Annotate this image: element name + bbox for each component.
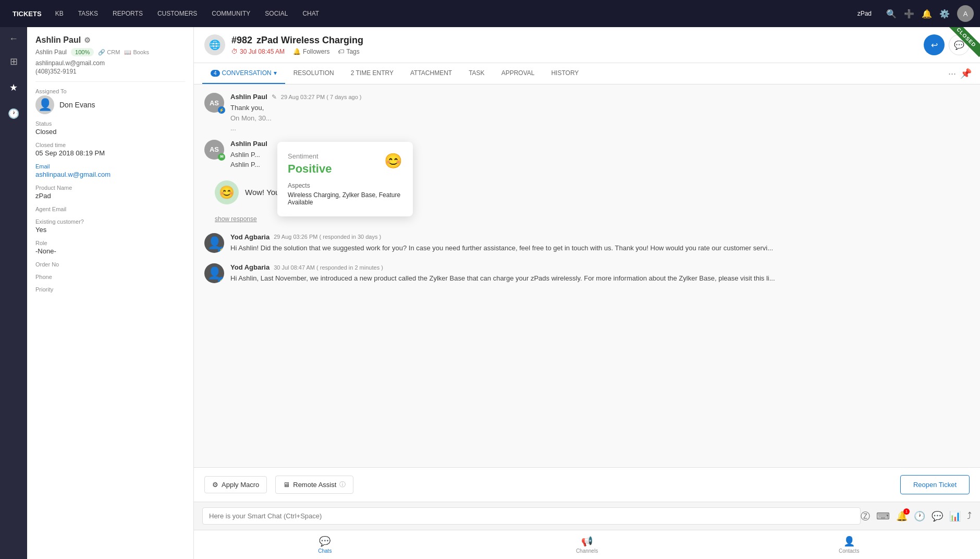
agent-email-label: Agent Email: [35, 206, 185, 212]
smart-chat-icon-5[interactable]: 💬: [932, 511, 943, 522]
msg-avatar-yod-2: 👤 ⚡: [204, 263, 224, 283]
bottom-nav-channels[interactable]: 📢 Channels: [456, 533, 718, 556]
smart-chat-icon-7[interactable]: ⤴: [967, 511, 972, 521]
msg-edit-icon: ✎: [272, 93, 277, 101]
tab-conversation[interactable]: 4 CONVERSATION ▾: [202, 63, 285, 84]
msg-header-1: Ashlin Paul ✎ 29 Aug 03:27 PM ( 7 days a…: [230, 93, 970, 101]
nav-item-tasks[interactable]: TASKS: [71, 0, 105, 27]
aspects-value: Wireless Charging, Zylker Base, Feature …: [288, 191, 402, 206]
customer-phone: (408)352-9191: [35, 68, 185, 75]
msg-avatar-yod-1: 👤 ⚡: [204, 233, 224, 253]
tabs-more-icon[interactable]: ···: [948, 68, 956, 79]
msg-author-yod-1: Yod Agbaria: [230, 233, 270, 241]
tab-resolution-label: RESOLUTION: [293, 69, 334, 77]
back-icon[interactable]: ←: [9, 33, 18, 44]
apply-macro-button[interactable]: ⚙ Apply Macro: [204, 476, 267, 493]
tab-task[interactable]: TASK: [460, 63, 493, 84]
msg-header-yod-1: Yod Agbaria 29 Aug 03:26 PM ( responded …: [230, 233, 970, 241]
tab-task-label: TASK: [469, 69, 484, 77]
phone-label: Phone: [35, 274, 185, 280]
ticket-globe-icon: 🌐: [204, 34, 225, 55]
followers-link[interactable]: 🔔 Followers: [293, 48, 329, 55]
smart-chat-icons: Ⓩ ⌨ 🔔1 🕐 💬 📊 ⤴: [861, 510, 972, 522]
msg-content-1: Ashlin Paul ✎ 29 Aug 03:27 PM ( 7 days a…: [230, 93, 970, 133]
reply-button[interactable]: ↩: [924, 34, 945, 55]
status-label: Status: [35, 120, 185, 127]
closed-time-value: 05 Sep 2018 08:19 PM: [35, 149, 185, 157]
tab-time-entry[interactable]: 2 TIME ENTRY: [342, 63, 402, 84]
msg-time-yod-1: 29 Aug 03:26 PM ( responded in 30 days ): [274, 234, 381, 240]
bottom-nav: 💬 Chats 📢 Channels 👤 Contacts: [194, 530, 980, 559]
notifications-icon[interactable]: 🔔: [922, 9, 932, 19]
conversation-badge: 4: [211, 70, 220, 77]
nav-item-reports[interactable]: REPORTS: [105, 0, 150, 27]
zpad-selector[interactable]: zPad: [850, 0, 879, 27]
tab-approval[interactable]: APPROVAL: [493, 63, 543, 84]
smart-chat-input[interactable]: [202, 507, 861, 525]
books-badge: 📖 Books: [124, 49, 149, 56]
customer-email: ashlinpaul.w@gmail.com: [35, 59, 185, 67]
smart-chat-icon-3[interactable]: 🔔1: [896, 511, 908, 522]
tab-approval-label: APPROVAL: [501, 69, 535, 77]
search-icon[interactable]: 🔍: [886, 9, 897, 19]
tags-link[interactable]: 🏷 Tags: [338, 48, 359, 55]
nav-item-chat[interactable]: CHAT: [295, 0, 326, 27]
agent-name: Don Evans: [59, 101, 95, 109]
customer-panel: Ashlin Paul ⚙ Ashlin Paul 100% 🔗 CRM 📖 B…: [27, 27, 194, 559]
bottom-nav-chats[interactable]: 💬 Chats: [194, 533, 456, 556]
macro-icon: ⚙: [212, 481, 218, 489]
msg-body-yod-1: Hi Ashlin! Did the solution that we sugg…: [230, 243, 970, 253]
msg-header-yod-2: Yod Agbaria 30 Jul 08:47 AM ( responded …: [230, 263, 970, 271]
tab-attachment[interactable]: ATTACHMENT: [402, 63, 460, 84]
msg-content-yod-1: Yod Agbaria 29 Aug 03:26 PM ( responded …: [230, 233, 970, 253]
customer-name: Ashlin Paul ⚙: [35, 35, 185, 45]
sidebar-icon-history[interactable]: 🕐: [5, 105, 22, 123]
tab-attachment-label: ATTACHMENT: [410, 69, 452, 77]
smart-chat-icon-2[interactable]: ⌨: [876, 511, 890, 522]
closed-corner: CLOSED: [944, 27, 980, 64]
msg-badge-icon-1: ⚡: [218, 106, 225, 114]
nav-item-community[interactable]: COMMUNITY: [204, 0, 258, 27]
main-layout: ← ⊞ ★ 🕐 Ashlin Paul ⚙ Ashlin Paul 100% 🔗…: [0, 27, 980, 559]
smart-chat-icon-1[interactable]: Ⓩ: [861, 510, 870, 522]
plus-icon[interactable]: ➕: [904, 9, 914, 19]
nav-item-customers[interactable]: CUSTOMERS: [150, 0, 204, 27]
bot-avatar: 😊: [215, 180, 239, 204]
product-name-value: zPad: [35, 192, 185, 200]
smart-chat-icon-6[interactable]: 📊: [949, 511, 961, 522]
settings-icon[interactable]: ⚙️: [939, 9, 950, 19]
remote-assist-help-icon: ⓘ: [339, 480, 346, 489]
reopen-ticket-button[interactable]: Reopen Ticket: [900, 475, 970, 494]
tab-history[interactable]: HISTORY: [543, 63, 587, 84]
channels-icon: 📢: [581, 536, 593, 547]
show-response-link[interactable]: show response: [215, 215, 257, 223]
remote-assist-label: Remote Assist: [293, 481, 336, 489]
remote-assist-button[interactable]: 🖥 Remote Assist ⓘ: [275, 476, 353, 494]
ticket-bottom: ⚙ Apply Macro 🖥 Remote Assist ⓘ Reopen T…: [194, 467, 980, 502]
bottom-nav-contacts[interactable]: 👤 Contacts: [718, 533, 980, 556]
smart-chat-bar: Ⓩ ⌨ 🔔1 🕐 💬 📊 ⤴: [194, 502, 980, 530]
verified-icon: ⚙: [84, 36, 91, 44]
ticket-date: ⏱ 30 Jul 08:45 AM: [231, 48, 285, 55]
role-value: -None-: [35, 247, 185, 255]
channels-label: Channels: [576, 548, 598, 554]
customer-name-ref: Ashlin Paul: [35, 48, 67, 56]
aspects-title: Aspects: [288, 182, 402, 189]
ticket-main: 🌐 #982 zPad Wireless Charging ⏱ 30 Jul 0…: [194, 27, 980, 559]
health-badge: 100%: [71, 48, 94, 56]
sidebar-icon-star[interactable]: ★: [6, 79, 21, 96]
tab-dropdown-icon[interactable]: ▾: [274, 69, 277, 77]
user-avatar[interactable]: A: [957, 5, 974, 22]
nav-brand[interactable]: TICKETS: [6, 10, 48, 18]
tab-resolution[interactable]: RESOLUTION: [285, 63, 342, 84]
smart-chat-icon-4[interactable]: 🕐: [914, 511, 925, 522]
remote-assist-icon: 🖥: [283, 481, 290, 489]
nav-item-social[interactable]: SOCIAL: [258, 0, 295, 27]
icon-sidebar: ← ⊞ ★ 🕐: [0, 27, 27, 559]
msg-author-1: Ashlin Paul: [230, 93, 267, 101]
tab-conversation-label: CONVERSATION: [222, 69, 272, 77]
nav-item-kb[interactable]: KB: [48, 0, 71, 27]
tab-pin-icon[interactable]: 📌: [960, 68, 972, 79]
sidebar-icon-widget[interactable]: ⊞: [7, 53, 21, 70]
assigned-section: 👤 Don Evans: [35, 95, 185, 114]
